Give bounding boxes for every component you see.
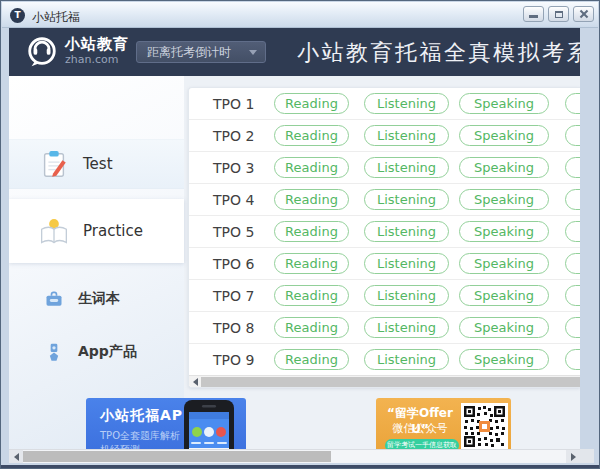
- logo-domain: zhan.com: [65, 53, 129, 66]
- section-button-reading[interactable]: Reading: [274, 349, 349, 370]
- sidebar-item-test[interactable]: Test: [9, 139, 184, 189]
- scroll-left-button-outer[interactable]: [9, 450, 23, 463]
- section-button-reading[interactable]: Reading: [274, 285, 349, 306]
- wechat-banner-subtitle: 微信公众号: [380, 421, 460, 436]
- close-button[interactable]: [573, 6, 594, 22]
- wechat-banner-badge: 留学考试一手信息获取: [385, 439, 459, 449]
- scrollbar-corner: [580, 449, 594, 463]
- section-button-reading[interactable]: Reading: [274, 157, 349, 178]
- section-button-listening[interactable]: Listening: [364, 93, 449, 114]
- tpo-label: TPO 1: [213, 88, 254, 120]
- scroll-left-icon: [193, 378, 198, 386]
- wechat-offer-banner[interactable]: “留学Offer U” 微信公众号 留学考试一手信息获取: [376, 398, 511, 449]
- section-button-listening[interactable]: Listening: [364, 157, 449, 178]
- app-banner-line1: TPO全套题库解析: [100, 429, 180, 443]
- section-button-reading[interactable]: Reading: [274, 253, 349, 274]
- section-button-listening[interactable]: Listening: [364, 317, 449, 338]
- scroll-left-button[interactable]: [189, 376, 201, 387]
- section-button-writing[interactable]: Writing: [565, 221, 580, 242]
- book-bulb-icon: [39, 216, 69, 246]
- section-button-speaking[interactable]: Speaking: [459, 93, 549, 114]
- tpo-row: TPO 9ReadingListeningSpeakingWriting: [189, 344, 580, 376]
- titlebar: T 小站托福: [2, 2, 598, 28]
- section-button-speaking[interactable]: Speaking: [459, 349, 549, 370]
- section-button-speaking[interactable]: Speaking: [459, 317, 549, 338]
- section-button-listening[interactable]: Listening: [364, 189, 449, 210]
- sidebar-item-app-products[interactable]: App产品: [9, 336, 184, 368]
- section-button-reading[interactable]: Reading: [274, 93, 349, 114]
- tpo-row: TPO 8ReadingListeningSpeakingWriting: [189, 312, 580, 344]
- section-button-writing[interactable]: Writing: [565, 93, 580, 114]
- scroll-right-button-outer[interactable]: [566, 450, 580, 463]
- section-button-writing[interactable]: Writing: [565, 189, 580, 210]
- tpo-label: TPO 5: [213, 216, 254, 248]
- section-button-speaking[interactable]: Speaking: [459, 285, 549, 306]
- tpo-label: TPO 7: [213, 280, 254, 312]
- horizontal-scrollbar[interactable]: [9, 449, 580, 463]
- section-button-writing[interactable]: Writing: [565, 285, 580, 306]
- tpo-row: TPO 4ReadingListeningSpeakingWriting: [189, 184, 580, 216]
- scroll-right-icon: [571, 453, 576, 461]
- tpo-list: TPO 1ReadingListeningSpeakingWritingTPO …: [189, 88, 580, 376]
- tpo-label: TPO 2: [213, 120, 254, 152]
- dropdown-label: 距离托考倒计时: [147, 42, 231, 62]
- window-title: 小站托福: [32, 9, 80, 26]
- sidebar-item-label: 生词本: [78, 290, 120, 308]
- qr-code: [461, 403, 508, 449]
- section-button-speaking[interactable]: Speaking: [459, 189, 549, 210]
- section-button-writing[interactable]: Writing: [565, 317, 580, 338]
- window-logo-icon: T: [10, 8, 25, 23]
- tpo-row: TPO 6ReadingListeningSpeakingWriting: [189, 248, 580, 280]
- tpo-label: TPO 3: [213, 152, 254, 184]
- minimize-icon: [529, 15, 538, 18]
- section-button-writing[interactable]: Writing: [565, 253, 580, 274]
- sidebar-item-practice[interactable]: Practice: [9, 199, 184, 263]
- section-button-listening[interactable]: Listening: [364, 125, 449, 146]
- phone-icon: [178, 400, 240, 449]
- section-button-speaking[interactable]: Speaking: [459, 157, 549, 178]
- hscroll-thumb[interactable]: [23, 451, 331, 462]
- section-button-reading[interactable]: Reading: [274, 189, 349, 210]
- tpo-row: TPO 3ReadingListeningSpeakingWriting: [189, 152, 580, 184]
- sidebar-item-label: Test: [83, 155, 113, 173]
- minimize-button[interactable]: [523, 6, 544, 22]
- section-button-writing[interactable]: Writing: [565, 125, 580, 146]
- logo-name: 小站教育: [65, 36, 129, 53]
- tpo-row: TPO 5ReadingListeningSpeakingWriting: [189, 216, 580, 248]
- tpo-label: TPO 8: [213, 312, 254, 344]
- section-button-listening[interactable]: Listening: [364, 285, 449, 306]
- chevron-down-icon: [249, 50, 257, 55]
- app-header: 小站教育 zhan.com 距离托考倒计时 小站教育托福全真模拟考系统: [9, 28, 580, 76]
- tpo-label: TPO 9: [213, 344, 254, 376]
- maximize-button[interactable]: [548, 6, 569, 22]
- tpo-label: TPO 4: [213, 184, 254, 216]
- section-button-speaking[interactable]: Speaking: [459, 221, 549, 242]
- app-window: T 小站托福 小站教育 zhan.com 距离托考倒计时: [0, 0, 600, 469]
- sidebar-item-vocab[interactable]: 生词本: [9, 283, 184, 315]
- section-button-listening[interactable]: Listening: [364, 349, 449, 370]
- section-button-reading[interactable]: Reading: [274, 125, 349, 146]
- section-button-writing[interactable]: Writing: [565, 349, 580, 370]
- exam-countdown-dropdown[interactable]: 距离托考倒计时: [136, 41, 266, 63]
- window-bottom-edge: [1, 465, 599, 468]
- section-button-speaking[interactable]: Speaking: [459, 125, 549, 146]
- app-content: 小站教育 zhan.com 距离托考倒计时 小站教育托福全真模拟考系统 Te: [9, 28, 580, 449]
- briefcase-icon: [44, 289, 64, 309]
- tpo-label: TPO 6: [213, 248, 254, 280]
- section-button-listening[interactable]: Listening: [364, 253, 449, 274]
- medal-icon: [44, 342, 64, 362]
- close-icon: [579, 9, 589, 19]
- section-button-reading[interactable]: Reading: [274, 221, 349, 242]
- sidebar: Test Practice 生词本: [9, 76, 184, 449]
- section-button-listening[interactable]: Listening: [364, 221, 449, 242]
- app-header-title: 小站教育托福全真模拟考系统: [297, 38, 580, 68]
- tpo-row: TPO 1ReadingListeningSpeakingWriting: [189, 88, 580, 120]
- card-hscroll-thumb[interactable]: [201, 377, 580, 387]
- sidebar-item-label: Practice: [83, 222, 143, 240]
- toefl-app-banner[interactable]: 小站托福APP TPO全套题库解析 机经预测: [86, 398, 246, 449]
- section-button-speaking[interactable]: Speaking: [459, 253, 549, 274]
- section-button-writing[interactable]: Writing: [565, 157, 580, 178]
- scroll-left-icon: [14, 453, 19, 461]
- card-horizontal-scrollbar[interactable]: [189, 375, 580, 387]
- section-button-reading[interactable]: Reading: [274, 317, 349, 338]
